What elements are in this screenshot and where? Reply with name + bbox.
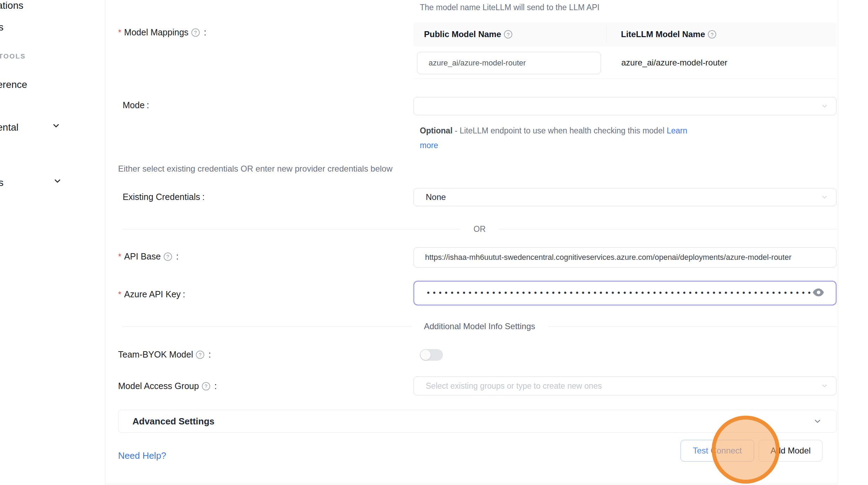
label-colon: : bbox=[202, 192, 205, 202]
azure-api-key-input[interactable] bbox=[414, 281, 836, 305]
label-colon: : bbox=[183, 289, 185, 299]
model-mappings-label-row: * Model Mappings ? : bbox=[118, 27, 206, 37]
divider-line bbox=[548, 326, 836, 327]
sidebar-item-label: erence bbox=[0, 79, 27, 90]
sidebar-item-label: ental bbox=[0, 122, 19, 133]
litellm-model-name-header-label: LiteLLM Model Name bbox=[621, 29, 705, 39]
api-base-input[interactable] bbox=[414, 247, 836, 268]
advanced-settings-panel[interactable]: Advanced Settings bbox=[118, 410, 836, 433]
public-model-name-header: Public Model Name ? bbox=[424, 22, 514, 46]
mode-helper-rest: - LiteLLM endpoint to use when health ch… bbox=[452, 126, 667, 135]
help-icon[interactable]: ? bbox=[191, 28, 200, 37]
chevron-down-icon bbox=[821, 382, 828, 390]
divider-line bbox=[499, 229, 836, 229]
sidebar-section-tools: TOOLS bbox=[0, 53, 26, 60]
help-glyph: ? bbox=[199, 352, 201, 358]
mode-select[interactable] bbox=[414, 97, 836, 115]
existing-credentials-select[interactable]: None bbox=[414, 188, 836, 206]
mode-label-row: Mode : bbox=[123, 100, 149, 110]
sidebar-item-label: ations bbox=[0, 0, 23, 11]
sidebar-item-settings[interactable]: s bbox=[0, 177, 4, 188]
content-bottom-border bbox=[105, 484, 838, 484]
divider-line bbox=[123, 229, 460, 229]
model-name-helper-text: The model name LiteLLM will send to the … bbox=[420, 3, 600, 12]
help-glyph: ? bbox=[166, 254, 169, 259]
label-colon: : bbox=[204, 27, 206, 37]
chevron-down-icon bbox=[53, 176, 62, 186]
team-byok-label: Team-BYOK Model bbox=[118, 349, 193, 360]
table-column-divider bbox=[606, 25, 607, 43]
model-access-group-label: Model Access Group bbox=[118, 381, 199, 391]
model-mappings-label: Model Mappings bbox=[124, 27, 188, 37]
sidebar-divider bbox=[105, 0, 105, 484]
table-row-divider bbox=[414, 78, 836, 79]
toggle-knob bbox=[421, 350, 431, 360]
add-model-label: Add Model bbox=[771, 446, 811, 456]
sidebar-item-label: s bbox=[0, 22, 4, 33]
api-base-label-row: * API Base ? : bbox=[118, 251, 179, 262]
sidebar-item-reference[interactable]: erence bbox=[0, 79, 27, 90]
mode-label: Mode bbox=[123, 100, 145, 110]
sidebar-item-1[interactable]: s bbox=[0, 22, 4, 33]
chevron-down-icon bbox=[813, 417, 822, 426]
sidebar-item-experimental[interactable]: ental bbox=[0, 122, 19, 133]
team-byok-label-row: Team-BYOK Model ? : bbox=[118, 349, 211, 360]
existing-credentials-label-row: Existing Credentials : bbox=[123, 192, 205, 202]
model-access-group-select[interactable]: Select existing groups or type to create… bbox=[414, 376, 836, 395]
chevron-down-icon bbox=[52, 121, 61, 130]
existing-credentials-label: Existing Credentials bbox=[123, 192, 200, 202]
model-access-group-placeholder: Select existing groups or type to create… bbox=[426, 381, 602, 391]
help-icon[interactable]: ? bbox=[708, 30, 716, 39]
label-colon: : bbox=[176, 251, 179, 262]
model-access-group-label-row: Model Access Group ? : bbox=[118, 381, 217, 391]
help-icon[interactable]: ? bbox=[202, 382, 210, 390]
help-icon[interactable]: ? bbox=[164, 252, 172, 261]
sidebar-section-label: TOOLS bbox=[0, 53, 26, 60]
credentials-note: Either select existing credentials OR en… bbox=[118, 164, 392, 174]
litellm-model-name-value: azure_ai/azure-model-router bbox=[621, 58, 727, 68]
azure-api-key-label-row: * Azure API Key : bbox=[118, 289, 185, 299]
advanced-settings-title: Advanced Settings bbox=[132, 416, 813, 427]
content-right-border bbox=[838, 0, 838, 484]
help-glyph: ? bbox=[507, 32, 510, 37]
public-model-name-input[interactable] bbox=[417, 52, 601, 74]
existing-credentials-value: None bbox=[426, 192, 446, 202]
help-glyph: ? bbox=[194, 29, 197, 35]
additional-settings-divider: Additional Model Info Settings bbox=[123, 321, 836, 331]
chevron-down-icon bbox=[821, 193, 828, 201]
label-colon: : bbox=[209, 349, 211, 360]
divider-line bbox=[123, 326, 411, 327]
mode-helper-text: Optional - LiteLLM endpoint to use when … bbox=[420, 123, 707, 153]
sidebar-item-integrations[interactable]: ations bbox=[0, 0, 23, 11]
chevron-down-icon bbox=[821, 102, 828, 110]
help-glyph: ? bbox=[205, 383, 207, 389]
help-icon[interactable]: ? bbox=[504, 30, 512, 39]
required-asterisk: * bbox=[118, 252, 121, 262]
add-model-button[interactable]: Add Model bbox=[759, 440, 822, 462]
label-colon: : bbox=[214, 381, 217, 391]
help-icon[interactable]: ? bbox=[196, 351, 204, 359]
api-base-label: API Base bbox=[124, 251, 160, 262]
or-divider: OR bbox=[123, 224, 836, 234]
need-help-link[interactable]: Need Help? bbox=[118, 450, 166, 461]
label-colon: : bbox=[147, 100, 149, 110]
azure-api-key-label: Azure API Key bbox=[124, 289, 180, 299]
eye-icon[interactable] bbox=[812, 287, 825, 298]
litellm-model-name-header: LiteLLM Model Name ? bbox=[621, 22, 718, 46]
required-asterisk: * bbox=[118, 28, 121, 37]
model-mappings-table-header: Public Model Name ? LiteLLM Model Name ? bbox=[414, 22, 836, 46]
required-asterisk: * bbox=[118, 290, 121, 299]
test-connect-button[interactable]: Test Connect bbox=[681, 440, 754, 462]
test-connect-label: Test Connect bbox=[693, 446, 742, 456]
sidebar-item-label: s bbox=[0, 177, 4, 188]
team-byok-toggle[interactable] bbox=[420, 349, 443, 361]
mode-helper-bold: Optional bbox=[420, 126, 452, 135]
help-glyph: ? bbox=[711, 32, 713, 37]
additional-settings-divider-label: Additional Model Info Settings bbox=[411, 321, 549, 331]
or-divider-label: OR bbox=[460, 224, 499, 234]
public-model-name-header-label: Public Model Name bbox=[424, 29, 501, 39]
